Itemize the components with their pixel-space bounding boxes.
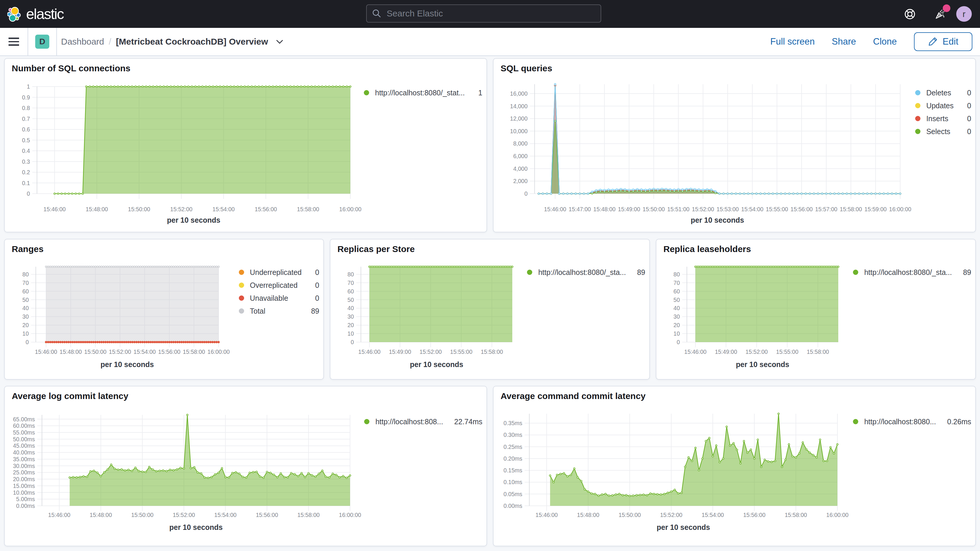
svg-text:15:50:00: 15:50:00 [84, 349, 107, 355]
chart-sql-queries: 02,0004,0006,0008,00010,00012,00014,0001… [493, 59, 977, 233]
svg-text:0: 0 [524, 190, 528, 197]
svg-text:20: 20 [673, 322, 680, 328]
divider [27, 27, 28, 56]
legend-item-inserts[interactable]: Inserts0 [915, 112, 971, 125]
svg-text:15:52:00: 15:52:00 [420, 349, 442, 355]
chart-number-of-sql-connections: 00.10.20.30.40.50.60.70.80.9115:46:0015:… [5, 59, 488, 233]
legend-label: http://localhost:8080/_sta... [864, 268, 952, 277]
help-button[interactable] [903, 7, 917, 21]
svg-text:15:49:00: 15:49:00 [618, 206, 640, 212]
svg-text:15:58:00: 15:58:00 [183, 349, 205, 355]
svg-text:60: 60 [22, 288, 29, 295]
svg-text:10: 10 [347, 330, 354, 337]
legend-item-unavailable[interactable]: Unavailable0 [239, 291, 320, 304]
gridlines [530, 84, 900, 199]
svg-text:6,000: 6,000 [513, 153, 528, 159]
svg-text:10,000: 10,000 [510, 128, 528, 134]
x-axis-title: per 10 seconds [167, 216, 220, 224]
svg-text:15:52:00: 15:52:00 [692, 206, 714, 212]
svg-text:0: 0 [677, 339, 680, 346]
legend-item-http-localhost-8080-stat[interactable]: http://localhost:8080/_stat...1 [364, 86, 482, 99]
menu-button[interactable] [0, 27, 27, 56]
series-points [45, 266, 219, 267]
legend-dot [239, 283, 244, 288]
edit-button-label: Edit [943, 37, 958, 47]
chart-legend: Underreplicated0Overreplicated0Unavailab… [239, 266, 320, 317]
legend-dot [239, 270, 244, 275]
legend-label: Underreplicated [250, 268, 302, 277]
clone-button[interactable]: Clone [873, 37, 897, 47]
svg-text:15:52:00: 15:52:00 [173, 512, 195, 518]
svg-text:35.00ms: 35.00ms [13, 456, 35, 462]
svg-text:60: 60 [347, 288, 354, 295]
svg-text:15:55:00: 15:55:00 [766, 206, 788, 212]
user-avatar[interactable]: r [956, 6, 972, 22]
svg-text:15:56:00: 15:56:00 [255, 206, 277, 212]
edit-button[interactable]: Edit [914, 32, 972, 51]
svg-text:15:54:00: 15:54:00 [214, 512, 237, 518]
legend-dot [527, 270, 532, 275]
svg-text:16:00:00: 16:00:00 [339, 206, 361, 212]
title-menu-button[interactable] [275, 37, 285, 47]
svg-text:15:46:00: 15:46:00 [35, 349, 57, 355]
svg-text:15:49:00: 15:49:00 [389, 349, 411, 355]
x-axis-title: per 10 seconds [169, 523, 223, 531]
svg-text:50: 50 [673, 297, 680, 303]
svg-text:15:58:00: 15:58:00 [480, 349, 503, 355]
svg-text:0.1: 0.1 [22, 180, 30, 186]
search-input[interactable] [387, 8, 595, 19]
share-button[interactable]: Share [832, 37, 856, 47]
legend-item-http-localhost-8080-sta[interactable]: http://localhost:8080/_sta...89 [853, 266, 971, 279]
legend-value: 0 [309, 281, 319, 290]
svg-text:15:55:00: 15:55:00 [776, 349, 799, 355]
chart-legend: http://localhost:8080/_sta...89 [527, 266, 645, 279]
svg-text:30: 30 [22, 313, 29, 320]
breadcrumb-dashboard-link[interactable]: Dashboard [61, 37, 104, 47]
top-bar-icons: r [903, 0, 980, 28]
legend-item-updates[interactable]: Updates0 [915, 99, 971, 112]
chevron-down-icon [275, 37, 285, 47]
series-points [538, 85, 901, 194]
svg-text:0.20ms: 0.20ms [503, 455, 522, 462]
svg-text:0.10ms: 0.10ms [503, 479, 522, 485]
svg-text:0.9: 0.9 [22, 94, 30, 100]
legend-label: Inserts [926, 115, 948, 123]
svg-text:15:52:00: 15:52:00 [746, 349, 768, 355]
legend-item-http-localhost-8080-sta[interactable]: http://localhost:8080/_sta...89 [527, 266, 645, 279]
dashboard-grid: Number of SQL connections00.10.20.30.40.… [0, 56, 980, 551]
svg-text:15:56:00: 15:56:00 [256, 512, 278, 518]
legend-label: Overreplicated [250, 281, 298, 290]
legend-value: 1 [476, 89, 482, 97]
svg-text:0.30ms: 0.30ms [503, 432, 522, 438]
chart-average-log-commit-latency: 0.00ms5.00ms10.00ms15.00ms20.00ms25.00ms… [5, 386, 488, 547]
legend-label: Unavailable [250, 294, 288, 303]
elastic-logo[interactable]: elastic [0, 6, 64, 22]
divider [56, 27, 57, 56]
svg-text:80: 80 [673, 271, 680, 277]
x-axis-title: per 10 seconds [736, 360, 789, 368]
svg-text:0.5: 0.5 [22, 137, 30, 143]
svg-text:0.7: 0.7 [22, 116, 30, 122]
full-screen-button[interactable]: Full screen [770, 37, 815, 47]
svg-text:40.00ms: 40.00ms [13, 449, 35, 455]
svg-text:0: 0 [27, 190, 30, 197]
series-updates [538, 85, 901, 194]
legend-item-http-localhost-808[interactable]: http://localhost:808...22.74ms [364, 415, 482, 428]
legend-item-deletes[interactable]: Deletes0 [915, 86, 971, 99]
series-points [538, 85, 901, 194]
top-bar: elastic [0, 0, 980, 28]
dashboard-app-badge[interactable]: D [35, 35, 49, 49]
legend-item-selects[interactable]: Selects0 [915, 125, 971, 138]
svg-text:15:56:00: 15:56:00 [743, 512, 765, 518]
svg-text:50.00ms: 50.00ms [13, 436, 35, 443]
global-search[interactable] [366, 5, 601, 22]
news-button[interactable] [933, 7, 947, 21]
legend-item-overreplicated[interactable]: Overreplicated0 [239, 279, 320, 291]
series-points [538, 83, 901, 194]
svg-text:15:48:00: 15:48:00 [86, 206, 108, 212]
svg-text:15:48:00: 15:48:00 [60, 349, 82, 355]
legend-item-total[interactable]: Total89 [239, 304, 320, 317]
legend-item-http-localhost-8080[interactable]: http://localhost:8080...0.26ms [853, 415, 971, 428]
legend-item-underreplicated[interactable]: Underreplicated0 [239, 266, 320, 279]
help-icon [904, 8, 915, 20]
